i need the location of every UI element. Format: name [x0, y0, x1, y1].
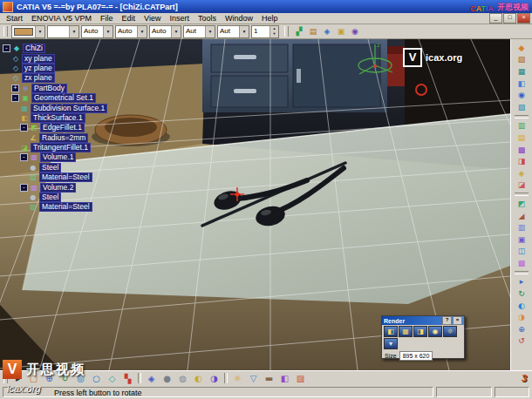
power-input-field[interactable]: [436, 387, 492, 397]
painter-tool-icon[interactable]: ▞: [292, 26, 306, 37]
menu-start[interactable]: Start: [2, 14, 27, 23]
scale-icon[interactable]: ◑: [514, 311, 530, 323]
fill-icon[interactable]: ▤: [514, 132, 530, 144]
filter-tool-icon[interactable]: ◈: [320, 26, 334, 37]
normal-view-icon[interactable]: ◇: [105, 372, 119, 384]
ground-icon[interactable]: ▬: [262, 372, 276, 384]
sweep-icon[interactable]: ▥: [514, 120, 530, 132]
linetype-combo[interactable]: ▼: [47, 25, 79, 38]
menu-enovia-v5-vpm[interactable]: ENOVIA V5 VPM: [27, 14, 96, 23]
wireframe-view-icon[interactable]: ◍: [175, 372, 190, 384]
multi-view-icon[interactable]: ▚: [120, 372, 135, 384]
render-camera-button[interactable]: ◉: [428, 326, 442, 337]
tree-node-material-steel[interactable]: Material=Steel: [39, 202, 92, 212]
sketcher-icon[interactable]: ▧: [514, 54, 530, 66]
tree-node-thicksurface-1[interactable]: ThickSurface.1: [31, 113, 85, 123]
chevron-down-icon[interactable]: ▼: [103, 26, 113, 37]
palette-help-button[interactable]: ?: [442, 316, 452, 325]
subdivision-surface-tool-icon[interactable]: ▦: [514, 65, 530, 78]
offset-surface-icon[interactable]: ▨: [514, 101, 530, 113]
paint-tool-icon[interactable]: ▨: [293, 372, 308, 384]
extrude-surface-icon[interactable]: ◧: [514, 78, 530, 90]
chevron-down-icon[interactable]: ▼: [239, 26, 249, 37]
tree-expander[interactable]: -: [3, 44, 10, 52]
tree-expander[interactable]: -: [20, 153, 28, 161]
knowledge-tool-icon[interactable]: ◉: [348, 26, 362, 37]
render-lights-button[interactable]: ☼: [443, 326, 457, 337]
sew-surface-icon[interactable]: ◫: [514, 246, 530, 258]
tree-node-xy-plane[interactable]: xy plane: [22, 54, 55, 64]
tree-expander[interactable]: -: [11, 94, 19, 102]
chevron-down-icon[interactable]: ▼: [35, 26, 44, 37]
render-output-button[interactable]: ◨: [413, 326, 427, 337]
render-scene-button[interactable]: ▦: [399, 326, 413, 337]
menu-insert[interactable]: Insert: [165, 14, 194, 23]
tree-node-edgefillet-1[interactable]: EdgeFillet.1: [40, 123, 85, 132]
menu-view[interactable]: View: [140, 14, 165, 23]
render-palette-titlebar[interactable]: Render ? ×: [382, 316, 464, 325]
chamfer-icon[interactable]: ◢: [514, 210, 530, 222]
chevron-down-icon[interactable]: ▼: [69, 26, 78, 37]
tree-expander[interactable]: -: [20, 184, 28, 192]
menu-help[interactable]: Help: [257, 14, 283, 23]
tree-node-geometrical-set-1[interactable]: Geometrical Set.1: [31, 93, 96, 103]
split-icon[interactable]: ◪: [514, 179, 530, 192]
menu-window[interactable]: Window: [221, 14, 257, 23]
layer-combo[interactable]: Aut▼: [183, 25, 215, 38]
menu-tools[interactable]: Tools: [194, 14, 221, 23]
layer-spinner[interactable]: 1 ▲▼: [251, 25, 279, 38]
thick-surface-tool-icon[interactable]: ▥: [514, 221, 530, 233]
rotate-tool-icon[interactable]: ↻: [514, 287, 530, 300]
line-weight-combo[interactable]: Auto▼: [115, 25, 147, 38]
volume-tool-icon[interactable]: ▩: [514, 257, 530, 269]
tree-node-tritangentfillet-1[interactable]: TritangentFillet.1: [31, 143, 91, 152]
join-icon[interactable]: ◈: [514, 167, 530, 179]
tree-node-zx-plane[interactable]: zx plane: [22, 73, 55, 83]
hide-show-icon[interactable]: ◐: [191, 372, 206, 384]
point-style-combo[interactable]: Auto▼: [81, 25, 113, 38]
swap-space-icon[interactable]: ◑: [207, 372, 222, 384]
symmetry-icon[interactable]: ◐: [514, 300, 530, 312]
render-options-button[interactable]: ▾: [384, 338, 398, 349]
toolbar-grip[interactable]: [284, 26, 289, 37]
render-tool-icon[interactable]: ◧: [277, 372, 292, 384]
iso-view-icon[interactable]: ◈: [144, 372, 159, 384]
render-palette[interactable]: Render ? × ◧▦◨◉☼▾ Size 895 x 620: [381, 315, 465, 359]
translate-icon[interactable]: ▸: [514, 276, 530, 288]
tree-node-volume-1[interactable]: Volume.1: [40, 152, 76, 162]
chevron-down-icon[interactable]: ▼: [171, 26, 181, 37]
tree-node-chizi[interactable]: ChiZi: [23, 44, 45, 53]
render-size-value[interactable]: 895 x 620: [399, 351, 433, 361]
close-surface-icon[interactable]: ▣: [514, 233, 530, 246]
revolve-surface-icon[interactable]: ◉: [514, 89, 530, 101]
restore-button[interactable]: □: [503, 13, 516, 24]
render-shading-button[interactable]: ◧: [384, 326, 398, 337]
tree-expander[interactable]: +: [11, 85, 19, 92]
tree-node-subdivision-surface-1[interactable]: Subdivision Surface.1: [31, 104, 107, 113]
tree-node-steel[interactable]: Steel: [39, 163, 61, 172]
palette-close-button[interactable]: ×: [453, 316, 462, 325]
tree-expander[interactable]: -: [20, 124, 28, 132]
menu-edit[interactable]: Edit: [118, 14, 140, 23]
catalog-tool-icon[interactable]: ▣: [334, 26, 348, 37]
blend-icon[interactable]: ◨: [514, 155, 530, 167]
close-button[interactable]: ×: [517, 13, 530, 24]
shaded-view-icon[interactable]: ●: [160, 372, 174, 384]
wizard-tool-icon[interactable]: ▤: [306, 26, 320, 37]
tree-node-steel[interactable]: Steel: [39, 193, 61, 202]
update-icon[interactable]: ↺: [514, 335, 530, 348]
tree-node-partbody[interactable]: PartBody: [31, 84, 67, 93]
fillet-icon[interactable]: ◩: [514, 198, 530, 210]
depth-effect-icon[interactable]: ▽: [246, 372, 261, 384]
tree-node-radius-2mm[interactable]: Radius=2mm: [39, 133, 88, 143]
tree-node-volume-2[interactable]: Volume.2: [40, 183, 76, 193]
chevron-down-icon[interactable]: ▼: [137, 26, 147, 37]
status-field[interactable]: [494, 387, 529, 397]
tree-node-material-steel[interactable]: Material=Steel: [39, 172, 92, 182]
toolbar-grip[interactable]: [3, 26, 8, 37]
transparency-combo[interactable]: Aut▼: [217, 25, 249, 38]
light-effect-icon[interactable]: ☼: [230, 372, 245, 384]
zoom-out-icon[interactable]: ○: [89, 372, 104, 384]
spinner-arrows[interactable]: ▲▼: [269, 26, 278, 37]
tree-node-yz-plane[interactable]: yz plane: [22, 64, 55, 73]
